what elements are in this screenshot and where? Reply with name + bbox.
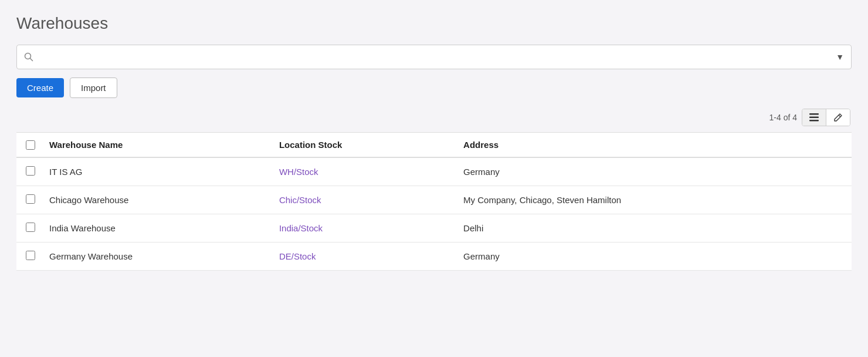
svg-rect-4: [809, 120, 819, 122]
row-checkbox-cell: [16, 214, 40, 243]
table-row[interactable]: IT IS AG WH/Stock Germany: [16, 157, 852, 186]
row-warehouse-name: Chicago Warehouse: [40, 186, 270, 214]
view-toggle: [802, 109, 850, 126]
row-location-stock: India/Stock: [270, 214, 454, 243]
row-checkbox-cell: [16, 157, 40, 186]
row-location-stock: Chic/Stock: [270, 186, 454, 214]
row-warehouse-name: Germany Warehouse: [40, 243, 270, 271]
row-checkbox-3[interactable]: [26, 251, 35, 260]
column-header-location-stock: Location Stock: [270, 133, 454, 158]
page-title: Warehouses: [16, 14, 852, 33]
table-row[interactable]: Germany Warehouse DE/Stock Germany: [16, 243, 852, 271]
row-checkbox-0[interactable]: [26, 166, 35, 176]
column-header-warehouse-name: Warehouse Name: [40, 133, 270, 158]
row-address: Germany: [454, 243, 852, 271]
toolbar: Create Import: [16, 78, 852, 98]
list-view-button[interactable]: [802, 109, 826, 126]
column-header-address: Address: [454, 133, 852, 158]
svg-line-1: [30, 59, 33, 61]
search-icon: [24, 52, 33, 62]
search-bar: ▼: [16, 45, 852, 69]
warehouses-table: Warehouse Name Location Stock Address IT…: [16, 132, 852, 271]
import-button[interactable]: Import: [70, 78, 117, 98]
row-address: Germany: [454, 157, 852, 186]
list-header: 1-4 of 4: [16, 109, 852, 126]
table-row[interactable]: Chicago Warehouse Chic/Stock My Company,…: [16, 186, 852, 214]
row-location-stock: WH/Stock: [270, 157, 454, 186]
row-checkbox-2[interactable]: [26, 223, 35, 232]
svg-rect-3: [809, 117, 819, 119]
row-checkbox-1[interactable]: [26, 194, 35, 204]
search-dropdown-arrow-icon[interactable]: ▼: [836, 52, 844, 62]
column-header-checkbox: [16, 133, 40, 158]
row-location-stock: DE/Stock: [270, 243, 454, 271]
row-warehouse-name: India Warehouse: [40, 214, 270, 243]
edit-view-button[interactable]: [826, 109, 850, 126]
svg-line-5: [839, 115, 840, 117]
row-address: Delhi: [454, 214, 852, 243]
pagination-info: 1-4 of 4: [769, 113, 797, 122]
table-row[interactable]: India Warehouse India/Stock Delhi: [16, 214, 852, 243]
row-warehouse-name: IT IS AG: [40, 157, 270, 186]
select-all-checkbox[interactable]: [26, 140, 35, 150]
svg-rect-2: [809, 113, 819, 115]
row-address: My Company, Chicago, Steven Hamilton: [454, 186, 852, 214]
row-checkbox-cell: [16, 186, 40, 214]
search-input[interactable]: [38, 52, 836, 62]
table-header-row: Warehouse Name Location Stock Address: [16, 133, 852, 158]
create-button[interactable]: Create: [16, 78, 64, 97]
row-checkbox-cell: [16, 243, 40, 271]
